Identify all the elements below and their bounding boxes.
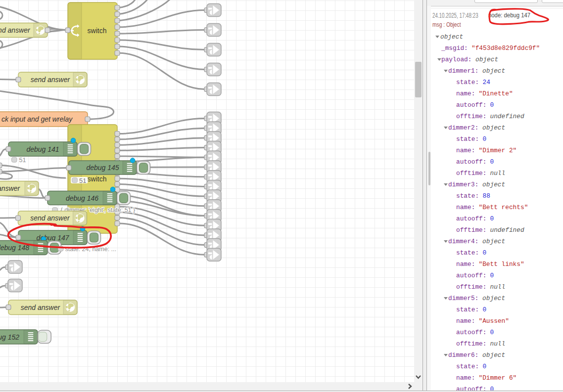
svg-text:send answer: send answer <box>0 26 31 34</box>
svg-text:debug 145: debug 145 <box>86 164 119 172</box>
svg-text:debug 141: debug 141 <box>26 145 59 153</box>
svg-text:debug 148: debug 148 <box>0 244 29 252</box>
svg-text:switch: switch <box>88 175 107 183</box>
svg-text:debug 152: debug 152 <box>0 333 19 341</box>
svg-text:send answer: send answer <box>21 304 61 311</box>
svg-text:51: 51 <box>19 157 26 164</box>
svg-text:51: 51 <box>79 177 86 184</box>
svg-text:send answer: send answer <box>31 76 71 84</box>
svg-text:switch: switch <box>88 27 107 35</box>
svg-text:debug 146: debug 146 <box>66 194 98 202</box>
svg-text:send answer: send answer <box>30 214 70 222</box>
svg-text:ck input and get wrelay: ck input and get wrelay <box>1 115 73 123</box>
svg-text:send answer: send answer <box>0 184 21 192</box>
